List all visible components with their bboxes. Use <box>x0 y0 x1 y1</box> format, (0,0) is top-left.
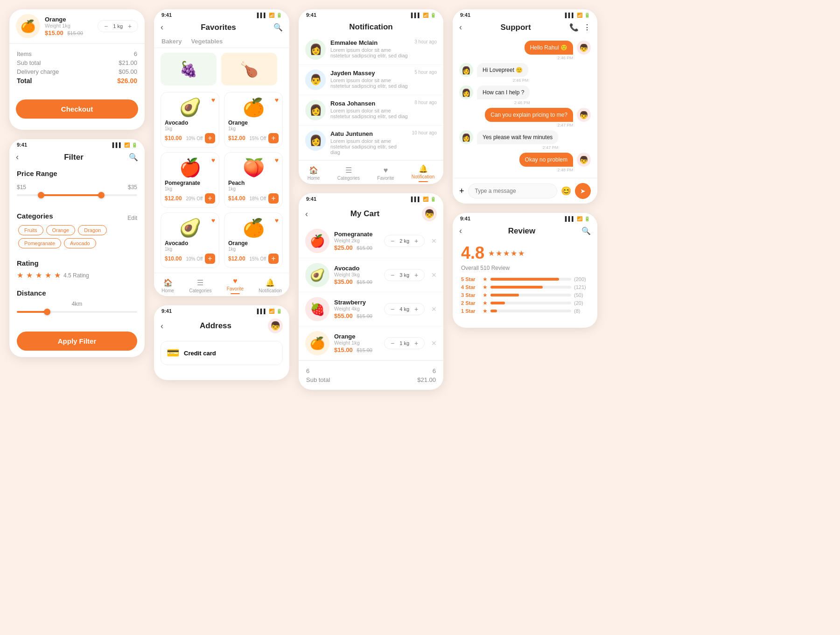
chat-bubble-4: Yes please wait few minutes <box>477 130 558 144</box>
chat-time-3: 2:47 PM <box>485 123 573 127</box>
fav-card-4: ♥ 🥑 Avocado 1kg $10.00 10% Off + <box>161 212 219 268</box>
nav-favorite[interactable]: ♥ Favorite <box>227 277 244 294</box>
fav-add-3[interactable]: + <box>268 193 279 204</box>
star-bar-row-2: 3 Star ★ (50) <box>461 292 589 298</box>
fav-heart-1[interactable]: ♥ <box>275 96 279 104</box>
fav-add-2[interactable]: + <box>205 193 215 204</box>
slider-thumb-right[interactable] <box>98 192 105 198</box>
distance-slider[interactable] <box>17 311 137 313</box>
fav-name-5: Orange <box>228 240 279 247</box>
category-tag-avocado[interactable]: Avocado <box>64 238 96 248</box>
nav-categories-notif[interactable]: ☰ Categories <box>337 166 360 181</box>
filter-search-button[interactable]: 🔍 <box>129 153 138 162</box>
price-slider[interactable] <box>17 194 137 196</box>
chat-input[interactable] <box>468 183 557 198</box>
notif-item-3[interactable]: 👩 Aatu Juntunen Lorem ipsum dolor sit am… <box>299 126 443 160</box>
cart-price-1: $35.00 <box>334 278 353 285</box>
review-header: ‹ Review 🔍 <box>453 222 597 239</box>
favorites-title: Favorites <box>201 23 236 32</box>
categories-label: Categories <box>17 212 53 220</box>
qty-decrease[interactable]: − <box>102 22 110 30</box>
fav-heart-4[interactable]: ♥ <box>211 217 215 224</box>
checkout-button[interactable]: Checkout <box>16 99 138 119</box>
notification-list: 👩 Emmalee Mclain Lorem ipsum dolor sit a… <box>299 35 443 160</box>
cart-price-2: $55.00 <box>334 312 353 319</box>
fav-name-4: Avocado <box>165 240 215 247</box>
category-tag-pomegranate[interactable]: Pomegranate <box>18 238 61 248</box>
tab-bakery[interactable]: Bakery <box>161 38 182 48</box>
chat-messages: 👦 Hello Rahul 🙂 2:46 PM 👩 Hi Lovepreet 🙂… <box>453 35 597 178</box>
fav-add-5[interactable]: + <box>268 254 279 264</box>
cart-remove-1[interactable]: ✕ <box>431 271 437 279</box>
fav-card-3: ♥ 🍑 Peach 1kg $14.00 18% Off + <box>224 152 283 208</box>
qty-inc-2[interactable]: + <box>412 305 420 313</box>
address-back-button[interactable]: ‹ <box>161 321 163 331</box>
star-bar-fill-2 <box>490 294 519 296</box>
qty-dec-1[interactable]: − <box>388 271 397 279</box>
fav-add-0[interactable]: + <box>205 133 215 143</box>
nav-home[interactable]: 🏠 Home <box>161 278 174 293</box>
support-phone-button[interactable]: 📞 <box>569 23 579 32</box>
support-menu-button[interactable]: ⋮ <box>583 23 591 32</box>
filter-back-button[interactable]: ‹ <box>16 152 19 162</box>
fav-heart-5[interactable]: ♥ <box>275 217 279 224</box>
category-tag-orange[interactable]: Orange <box>46 225 76 235</box>
overall-rating: 4.8 <box>461 243 484 263</box>
address-avatar: 👦 <box>268 318 283 333</box>
nav-home-notif[interactable]: 🏠 Home <box>308 166 320 181</box>
fav-heart-2[interactable]: ♥ <box>211 156 215 164</box>
notif-item-2[interactable]: 👩 Rosa Johansen Lorem ipsum dolor sit am… <box>299 95 443 126</box>
support-back-button[interactable]: ‹ <box>459 22 462 32</box>
filter-title: Filter <box>64 153 84 162</box>
qty-dec-3[interactable]: − <box>388 339 397 347</box>
nav-notification[interactable]: 🔔 Notification <box>259 278 281 293</box>
fav-heart-3[interactable]: ♥ <box>275 156 279 164</box>
notif-time-3: 10 hour ago <box>412 130 437 155</box>
slider-thumb-left[interactable] <box>38 192 44 198</box>
emoji-button[interactable]: 😊 <box>561 186 571 196</box>
send-message-button[interactable]: ➤ <box>575 183 591 199</box>
favorites-search-button[interactable]: 🔍 <box>273 23 283 32</box>
category-tag-dragon[interactable]: Dragon <box>78 225 107 235</box>
qty-inc-1[interactable]: + <box>412 271 420 279</box>
qty-dec-0[interactable]: − <box>388 237 397 245</box>
fav-heart-0[interactable]: ♥ <box>211 96 215 104</box>
notif-item-1[interactable]: 👨 Jayden Massey Lorem ipsum dolor sit am… <box>299 65 443 95</box>
fav-add-1[interactable]: + <box>268 133 279 143</box>
cart-back-button[interactable]: ‹ <box>305 209 308 219</box>
qty-inc-3[interactable]: + <box>412 339 420 347</box>
apply-filter-button[interactable]: Apply Filter <box>17 332 137 351</box>
nav-categories[interactable]: ☰ Categories <box>189 278 211 293</box>
favorites-back-button[interactable]: ‹ <box>161 22 163 32</box>
cart-item-info: Orange Weight 1kg $15.00 $15.00 <box>45 16 93 37</box>
nav-favorite-notif[interactable]: ♥ Favorite <box>377 166 394 181</box>
fav-add-4[interactable]: + <box>205 254 215 264</box>
review-count-3: (20) <box>574 300 589 306</box>
status-bar-notif: 9:41 ▌▌▌📶🔋 <box>299 9 443 19</box>
cart-item-0: 🍎 Pomegranate Weight 2kg $25.00 $15.00 −… <box>299 224 443 258</box>
qty-inc-0[interactable]: + <box>412 237 420 245</box>
nav-notification-notif[interactable]: 🔔 Notification <box>412 164 434 182</box>
category-tag-fruits[interactable]: Fruits <box>18 225 43 235</box>
distance-thumb[interactable] <box>44 309 50 315</box>
cart-remove-0[interactable]: ✕ <box>431 237 437 245</box>
item-weight: Weight 1kg <box>45 23 93 28</box>
categories-edit[interactable]: Edit <box>127 215 137 221</box>
cart-items-list: 🍎 Pomegranate Weight 2kg $25.00 $15.00 −… <box>299 224 443 360</box>
star-bar-bg-1 <box>490 286 571 289</box>
tab-vegetables[interactable]: Vegetables <box>191 38 223 48</box>
star-bar-bg-2 <box>490 294 571 296</box>
cart-item-3: 🍊 Orange Weight 1kg $15.00 $15.00 − 1 kg… <box>299 326 443 360</box>
cart-remove-2[interactable]: ✕ <box>431 305 437 313</box>
qty-dec-2[interactable]: − <box>388 305 397 313</box>
qty-increase[interactable]: + <box>126 22 134 30</box>
notif-item-0[interactable]: 👩 Emmalee Mclain Lorem ipsum dolor sit a… <box>299 35 443 65</box>
review-count-1: (121) <box>574 284 589 290</box>
chat-attach-button[interactable]: + <box>459 186 464 196</box>
cart-remove-3[interactable]: ✕ <box>431 339 437 347</box>
notif-name-3: Aatu Juntunen <box>330 130 407 137</box>
address-credit-card[interactable]: 💳 Credit card <box>161 341 283 365</box>
review-back-button[interactable]: ‹ <box>459 226 462 236</box>
review-search-button[interactable]: 🔍 <box>581 226 591 235</box>
notif-time-2: 8 hour ago <box>414 100 437 120</box>
